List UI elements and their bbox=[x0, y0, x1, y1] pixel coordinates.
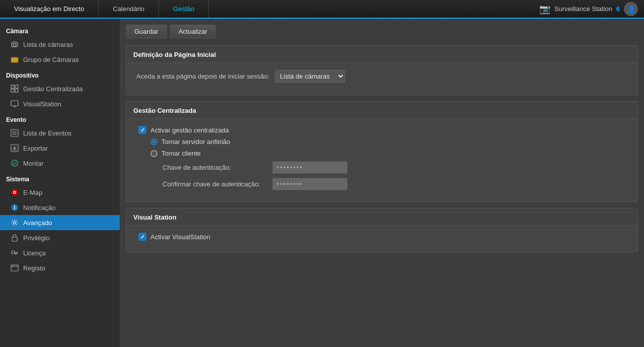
toolbar: Guardar Actualizar bbox=[126, 25, 638, 38]
app-version: 6 bbox=[616, 5, 620, 13]
confirm-auth-key-label: Confirmar chave de autenticação: bbox=[163, 180, 268, 188]
sidebar-label-license: Licença bbox=[23, 249, 46, 257]
sidebar-item-license[interactable]: Licença bbox=[0, 245, 120, 260]
svg-rect-6 bbox=[11, 101, 18, 106]
host-radio-row: Tornar servidor anfitrião bbox=[136, 138, 627, 146]
lock-icon bbox=[10, 233, 19, 242]
svg-rect-5 bbox=[15, 89, 18, 92]
panel-central-management: Gestão Centralizada Activar gestão centr… bbox=[126, 101, 638, 202]
svg-rect-3 bbox=[15, 85, 18, 88]
user-icon-symbol: 👤 bbox=[627, 5, 635, 13]
main-layout: Câmara Lista de câmaras Grupo de Câmaras… bbox=[0, 19, 644, 347]
client-radio-label: Tornar cliente bbox=[162, 150, 201, 157]
panel-homepage-title: Definição da Página Inicial bbox=[126, 46, 637, 63]
sidebar-label-notification: Notificação bbox=[23, 204, 55, 212]
grid-icon bbox=[10, 84, 19, 93]
panel-visual-station: Visual Station Activar VisualStation bbox=[126, 208, 638, 252]
panel-central-management-body: Activar gestão centralizada Tornar servi… bbox=[126, 119, 637, 201]
sidebar-label-emap: E-Map bbox=[23, 189, 42, 196]
save-button[interactable]: Guardar bbox=[126, 25, 167, 38]
activate-central-mgmt-checkbox[interactable] bbox=[138, 126, 146, 134]
svg-point-20 bbox=[12, 251, 15, 254]
activate-central-mgmt-label: Activar gestão centralizada bbox=[150, 126, 229, 134]
panel-homepage-body: Aceda a esta página depois de iniciar se… bbox=[126, 63, 637, 95]
sidebar-item-event-list[interactable]: Lista de Eventos bbox=[0, 125, 120, 141]
monitor-icon bbox=[10, 99, 19, 108]
panel-visual-station-body: Activar VisualStation bbox=[126, 226, 637, 252]
sidebar-item-mount[interactable]: Montar bbox=[0, 156, 120, 171]
folder-camera-icon bbox=[10, 55, 19, 64]
sidebar-item-emap[interactable]: E-Map bbox=[0, 185, 120, 200]
sidebar-section-event: Evento bbox=[0, 111, 120, 125]
user-avatar[interactable]: 👤 bbox=[624, 2, 638, 16]
nav-management[interactable]: Gestão bbox=[159, 0, 209, 18]
auth-key-label: Chave de autenticação: bbox=[163, 164, 268, 171]
surveillance-icon: 📷 bbox=[539, 4, 550, 15]
nav-calendar-label: Calendário bbox=[113, 5, 144, 13]
registry-icon bbox=[10, 263, 19, 272]
nav-calendar[interactable]: Calendário bbox=[99, 0, 159, 18]
sidebar-item-privilege[interactable]: Privilégio bbox=[0, 230, 120, 245]
sidebar-item-camera-list[interactable]: Lista de câmaras bbox=[0, 37, 120, 52]
confirm-auth-key-row: Confirmar chave de autenticação: bbox=[136, 178, 627, 190]
sidebar-label-central-mgmt: Gestão Centralizada bbox=[23, 85, 83, 93]
app-name: Surveillance Station bbox=[554, 5, 612, 13]
sidebar-item-central-mgmt[interactable]: Gestão Centralizada bbox=[0, 81, 120, 96]
host-radio[interactable] bbox=[150, 138, 157, 146]
svg-rect-2 bbox=[11, 85, 14, 88]
update-button[interactable]: Actualizar bbox=[170, 25, 216, 38]
activate-visual-station-label: Activar VisualStation bbox=[150, 233, 210, 241]
nav-management-label: Gestão bbox=[173, 5, 194, 13]
sidebar-label-visual-station: VisualStation bbox=[23, 100, 61, 108]
sidebar-section-camera: Câmara bbox=[0, 23, 120, 37]
top-nav-right: 📷 Surveillance Station 6 👤 bbox=[539, 2, 644, 16]
notification-icon: i bbox=[10, 203, 19, 212]
list-icon bbox=[10, 128, 19, 137]
sidebar-section-device: Dispositivo bbox=[0, 67, 120, 81]
svg-point-15 bbox=[14, 192, 16, 193]
svg-rect-19 bbox=[12, 237, 17, 241]
nav-live[interactable]: Visualização em Directo bbox=[0, 0, 99, 18]
sidebar-item-advanced[interactable]: Avançado bbox=[0, 215, 120, 230]
client-radio[interactable] bbox=[150, 150, 157, 157]
sidebar-label-privilege: Privilégio bbox=[23, 234, 50, 242]
sidebar-item-export[interactable]: Exportar bbox=[0, 141, 120, 156]
sidebar-item-visual-station[interactable]: VisualStation bbox=[0, 96, 120, 111]
panel-homepage: Definição da Página Inicial Aceda a esta… bbox=[126, 45, 638, 95]
homepage-dropdown[interactable]: Lista de câmaras Calendário Gestão bbox=[275, 70, 345, 83]
gear-icon bbox=[10, 218, 19, 227]
camera-icon bbox=[10, 40, 19, 49]
sidebar-label-event-list: Lista de Eventos bbox=[23, 129, 71, 137]
sidebar-section-system: Sistema bbox=[0, 171, 120, 185]
panel-central-management-title: Gestão Centralizada bbox=[126, 102, 637, 119]
svg-point-18 bbox=[14, 222, 16, 224]
homepage-dropdown-row: Aceda a esta página depois de iniciar se… bbox=[136, 70, 627, 83]
auth-key-input[interactable] bbox=[272, 161, 348, 174]
sidebar-label-export: Exportar bbox=[23, 145, 48, 152]
activate-visual-station-row: Activar VisualStation bbox=[136, 233, 627, 241]
sidebar-label-camera-list: Lista de câmaras bbox=[23, 41, 73, 48]
sidebar-label-registry: Registo bbox=[23, 264, 45, 272]
sidebar-item-notification[interactable]: i Notificação bbox=[0, 200, 120, 215]
svg-rect-4 bbox=[11, 89, 14, 92]
sidebar-item-registry[interactable]: Registo bbox=[0, 260, 120, 275]
emap-icon bbox=[10, 188, 19, 197]
svg-rect-21 bbox=[11, 265, 18, 271]
sidebar-label-advanced: Avançado bbox=[23, 219, 52, 227]
sidebar-label-camera-group: Grupo de Câmaras bbox=[23, 56, 79, 63]
top-navigation: Visualização em Directo Calendário Gestã… bbox=[0, 0, 644, 19]
confirm-auth-key-input[interactable] bbox=[272, 178, 348, 190]
activate-central-mgmt-row: Activar gestão centralizada bbox=[136, 126, 627, 134]
sidebar-label-mount: Montar bbox=[23, 160, 43, 167]
mount-icon bbox=[10, 159, 19, 168]
content-area: Guardar Actualizar Definição da Página I… bbox=[120, 19, 644, 347]
client-radio-row: Tornar cliente bbox=[136, 150, 627, 157]
panel-visual-station-title: Visual Station bbox=[126, 209, 637, 226]
host-radio-label: Tornar servidor anfitrião bbox=[162, 138, 230, 146]
auth-key-row: Chave de autenticação: bbox=[136, 161, 627, 174]
export-icon bbox=[10, 144, 19, 153]
key-icon bbox=[10, 248, 19, 257]
activate-visual-station-checkbox[interactable] bbox=[138, 233, 146, 241]
sidebar-item-camera-group[interactable]: Grupo de Câmaras bbox=[0, 52, 120, 67]
sidebar: Câmara Lista de câmaras Grupo de Câmaras… bbox=[0, 19, 120, 347]
